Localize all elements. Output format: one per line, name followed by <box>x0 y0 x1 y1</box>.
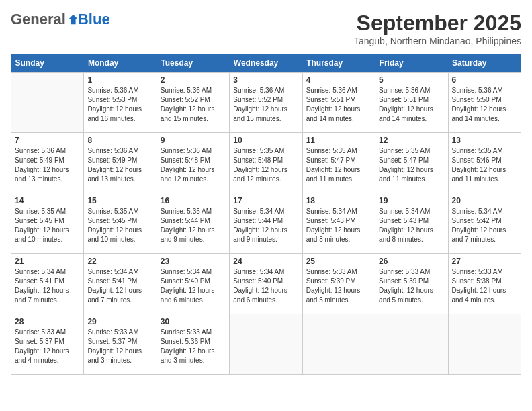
day-number: 7 <box>15 136 80 145</box>
calendar-cell: 28Sunrise: 5:33 AMSunset: 5:37 PMDayligh… <box>11 314 84 375</box>
calendar-week-4: 21Sunrise: 5:34 AMSunset: 5:41 PMDayligh… <box>11 254 521 314</box>
day-info: Sunrise: 5:34 AMSunset: 5:43 PMDaylight:… <box>306 207 371 244</box>
calendar-cell <box>11 73 84 133</box>
calendar-cell: 9Sunrise: 5:36 AMSunset: 5:48 PMDaylight… <box>157 133 229 193</box>
day-number: 15 <box>87 196 152 205</box>
svg-marker-0 <box>69 15 78 24</box>
day-info: Sunrise: 5:36 AMSunset: 5:53 PMDaylight:… <box>87 86 152 124</box>
day-info: Sunrise: 5:33 AMSunset: 5:38 PMDaylight:… <box>452 267 517 305</box>
day-info: Sunrise: 5:34 AMSunset: 5:44 PMDaylight:… <box>233 207 298 244</box>
logo: General Blue <box>11 11 110 28</box>
calendar-cell <box>302 314 375 375</box>
weekday-header-thursday: Thursday <box>302 54 375 73</box>
calendar-cell: 8Sunrise: 5:36 AMSunset: 5:49 PMDaylight… <box>84 133 157 193</box>
day-info: Sunrise: 5:33 AMSunset: 5:37 PMDaylight:… <box>87 328 152 365</box>
day-number: 25 <box>306 257 371 266</box>
day-info: Sunrise: 5:35 AMSunset: 5:47 PMDaylight:… <box>306 146 371 184</box>
day-info: Sunrise: 5:33 AMSunset: 5:39 PMDaylight:… <box>306 267 371 305</box>
calendar-cell: 4Sunrise: 5:36 AMSunset: 5:51 PMDaylight… <box>302 73 375 133</box>
calendar-cell: 30Sunrise: 5:33 AMSunset: 5:36 PMDayligh… <box>157 314 229 375</box>
weekday-header-tuesday: Tuesday <box>157 54 229 73</box>
calendar-cell: 25Sunrise: 5:33 AMSunset: 5:39 PMDayligh… <box>302 254 375 314</box>
title-block: September 2025 Tangub, Northern Mindanao… <box>354 11 521 46</box>
calendar-header-row: SundayMondayTuesdayWednesdayThursdayFrid… <box>11 54 521 73</box>
calendar-cell: 3Sunrise: 5:36 AMSunset: 5:52 PMDaylight… <box>230 73 302 133</box>
calendar-cell: 10Sunrise: 5:35 AMSunset: 5:48 PMDayligh… <box>230 133 302 193</box>
day-number: 6 <box>452 75 517 85</box>
weekday-header-friday: Friday <box>375 54 448 73</box>
location: Tangub, Northern Mindanao, Philippines <box>354 36 521 46</box>
day-number: 13 <box>452 136 517 145</box>
day-number: 14 <box>15 196 80 205</box>
day-info: Sunrise: 5:36 AMSunset: 5:50 PMDaylight:… <box>452 86 517 124</box>
weekday-header-monday: Monday <box>84 54 157 73</box>
day-info: Sunrise: 5:36 AMSunset: 5:49 PMDaylight:… <box>15 146 80 184</box>
day-number: 22 <box>87 257 152 266</box>
calendar-cell: 14Sunrise: 5:35 AMSunset: 5:45 PMDayligh… <box>11 193 84 254</box>
calendar-cell: 24Sunrise: 5:34 AMSunset: 5:40 PMDayligh… <box>230 254 302 314</box>
logo-general-text: General <box>11 11 66 28</box>
calendar-cell: 29Sunrise: 5:33 AMSunset: 5:37 PMDayligh… <box>84 314 157 375</box>
day-info: Sunrise: 5:35 AMSunset: 5:48 PMDaylight:… <box>233 146 298 184</box>
day-info: Sunrise: 5:34 AMSunset: 5:41 PMDaylight:… <box>87 267 152 305</box>
day-number: 5 <box>379 75 444 85</box>
weekday-header-saturday: Saturday <box>448 54 521 73</box>
day-info: Sunrise: 5:34 AMSunset: 5:43 PMDaylight:… <box>379 207 444 244</box>
day-info: Sunrise: 5:35 AMSunset: 5:45 PMDaylight:… <box>15 207 80 244</box>
calendar-cell: 16Sunrise: 5:35 AMSunset: 5:44 PMDayligh… <box>157 193 229 254</box>
calendar-week-1: 1Sunrise: 5:36 AMSunset: 5:53 PMDaylight… <box>11 73 521 133</box>
day-number: 11 <box>306 136 371 145</box>
calendar-cell: 18Sunrise: 5:34 AMSunset: 5:43 PMDayligh… <box>302 193 375 254</box>
calendar-cell: 20Sunrise: 5:34 AMSunset: 5:42 PMDayligh… <box>448 193 521 254</box>
day-info: Sunrise: 5:34 AMSunset: 5:41 PMDaylight:… <box>15 267 80 305</box>
day-number: 21 <box>15 257 80 266</box>
day-number: 18 <box>306 196 371 205</box>
day-info: Sunrise: 5:36 AMSunset: 5:52 PMDaylight:… <box>161 86 226 124</box>
calendar-cell: 27Sunrise: 5:33 AMSunset: 5:38 PMDayligh… <box>448 254 521 314</box>
day-number: 10 <box>233 136 298 145</box>
day-number: 29 <box>87 317 152 326</box>
day-number: 30 <box>161 317 226 326</box>
calendar-cell: 6Sunrise: 5:36 AMSunset: 5:50 PMDaylight… <box>448 73 521 133</box>
day-number: 28 <box>15 317 80 326</box>
day-number: 20 <box>452 196 517 205</box>
calendar-week-2: 7Sunrise: 5:36 AMSunset: 5:49 PMDaylight… <box>11 133 521 193</box>
calendar-week-3: 14Sunrise: 5:35 AMSunset: 5:45 PMDayligh… <box>11 193 521 254</box>
logo-blue-text: Blue <box>78 11 110 28</box>
day-number: 23 <box>161 257 226 266</box>
day-number: 26 <box>379 257 444 266</box>
calendar-cell: 7Sunrise: 5:36 AMSunset: 5:49 PMDaylight… <box>11 133 84 193</box>
calendar-cell: 5Sunrise: 5:36 AMSunset: 5:51 PMDaylight… <box>375 73 448 133</box>
day-number: 1 <box>87 75 152 85</box>
calendar-table: SundayMondayTuesdayWednesdayThursdayFrid… <box>11 54 521 375</box>
day-number: 16 <box>161 196 226 205</box>
day-number: 19 <box>379 196 444 205</box>
calendar-cell: 13Sunrise: 5:35 AMSunset: 5:46 PMDayligh… <box>448 133 521 193</box>
day-info: Sunrise: 5:35 AMSunset: 5:45 PMDaylight:… <box>87 207 152 244</box>
day-number: 12 <box>379 136 444 145</box>
calendar-cell <box>230 314 302 375</box>
day-info: Sunrise: 5:34 AMSunset: 5:40 PMDaylight:… <box>233 267 298 305</box>
day-info: Sunrise: 5:35 AMSunset: 5:47 PMDaylight:… <box>379 146 444 184</box>
day-number: 9 <box>161 136 226 145</box>
day-info: Sunrise: 5:36 AMSunset: 5:48 PMDaylight:… <box>161 146 226 184</box>
day-number: 2 <box>161 75 226 85</box>
weekday-header-wednesday: Wednesday <box>230 54 302 73</box>
page-header: General Blue September 2025 Tangub, Nort… <box>11 11 521 46</box>
day-info: Sunrise: 5:33 AMSunset: 5:36 PMDaylight:… <box>161 328 226 365</box>
calendar-cell <box>375 314 448 375</box>
day-info: Sunrise: 5:36 AMSunset: 5:49 PMDaylight:… <box>87 146 152 184</box>
day-number: 24 <box>233 257 298 266</box>
calendar-cell: 11Sunrise: 5:35 AMSunset: 5:47 PMDayligh… <box>302 133 375 193</box>
calendar-cell: 19Sunrise: 5:34 AMSunset: 5:43 PMDayligh… <box>375 193 448 254</box>
calendar-cell: 12Sunrise: 5:35 AMSunset: 5:47 PMDayligh… <box>375 133 448 193</box>
day-info: Sunrise: 5:36 AMSunset: 5:52 PMDaylight:… <box>233 86 298 124</box>
calendar-cell <box>448 314 521 375</box>
calendar-cell: 26Sunrise: 5:33 AMSunset: 5:39 PMDayligh… <box>375 254 448 314</box>
calendar-cell: 21Sunrise: 5:34 AMSunset: 5:41 PMDayligh… <box>11 254 84 314</box>
day-info: Sunrise: 5:33 AMSunset: 5:37 PMDaylight:… <box>15 328 80 365</box>
calendar-week-5: 28Sunrise: 5:33 AMSunset: 5:37 PMDayligh… <box>11 314 521 375</box>
calendar-cell: 2Sunrise: 5:36 AMSunset: 5:52 PMDaylight… <box>157 73 229 133</box>
day-info: Sunrise: 5:33 AMSunset: 5:39 PMDaylight:… <box>379 267 444 305</box>
calendar-cell: 22Sunrise: 5:34 AMSunset: 5:41 PMDayligh… <box>84 254 157 314</box>
